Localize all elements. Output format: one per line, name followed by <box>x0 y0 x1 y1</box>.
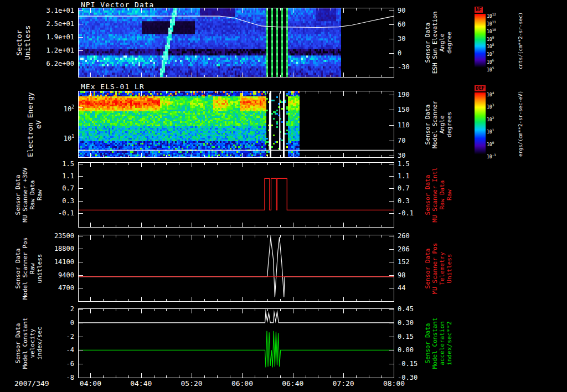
y-tick-label-left: 2.5e+01 <box>32 20 74 28</box>
colorbar-tick-label: 103 <box>487 102 494 110</box>
x-tick-label: 08:00 <box>378 379 411 388</box>
right-axis-label-panel-5: Sensor Data Model Constant acceleration … <box>424 280 453 392</box>
colorbar-tick-label: 10-1 <box>487 152 496 159</box>
x-date-label: 2007/349 <box>14 379 70 388</box>
line-plot-canvas-panel-5 <box>78 308 394 378</box>
left-axis-label-panel-5: Sensor Data Model Constant velocity inde… <box>14 280 43 392</box>
colorbar-tick-label: 104 <box>487 90 494 97</box>
x-tick-label: 05:20 <box>175 379 208 388</box>
colorbar-tick-label: 1010 <box>487 27 496 34</box>
colorbar-tick-label: 105 <box>487 65 494 73</box>
y-tick-label-left: 1.9e+01 <box>32 33 74 41</box>
plot-stage: NPI Vector Data MEx ELS-01 LR 3.1e+012.5… <box>0 0 567 392</box>
x-tick-label: 06:40 <box>276 379 310 388</box>
colorbar-tick-label: 1012 <box>487 12 496 19</box>
x-tick-label: 06:00 <box>225 379 259 388</box>
colorbar-tick-label: 107 <box>487 50 494 57</box>
panel-2-title: MEx ELS-01 LR <box>81 82 145 91</box>
y-tick-label-left: 3.1e+01 <box>32 7 74 14</box>
spectrogram-canvas-panel-2 <box>78 91 394 158</box>
colorbar-def <box>475 92 486 154</box>
line-plot-canvas-panel-4 <box>78 235 394 302</box>
colorbar-nf <box>475 14 486 68</box>
colorbar-title-nf: NF <box>475 7 483 13</box>
colorbar-title-def: DEF <box>475 85 486 91</box>
line-plot-canvas-panel-3 <box>78 162 394 228</box>
x-tick-label: 04:40 <box>125 379 158 388</box>
colorbar-tick-label: 108 <box>487 42 494 49</box>
colorbar-tick-label: 101 <box>487 127 494 135</box>
colorbar-unit-label-def: ergs/(cm**2-sr-sec-eV) <box>518 60 524 187</box>
colorbar-tick-label: 102 <box>487 115 494 122</box>
colorbar-tick-label: 109 <box>487 35 494 42</box>
x-tick-label: 07:20 <box>327 379 360 388</box>
colorbar-tick-label: 100 <box>487 140 494 147</box>
colorbar-tick-label: 106 <box>487 58 494 65</box>
y-tick-label-left: 1.2e+01 <box>32 47 74 54</box>
x-tick-label: 04:00 <box>74 379 107 388</box>
spectrogram-canvas-panel-1 <box>78 8 394 78</box>
colorbar-tick-label: 1011 <box>487 19 496 27</box>
